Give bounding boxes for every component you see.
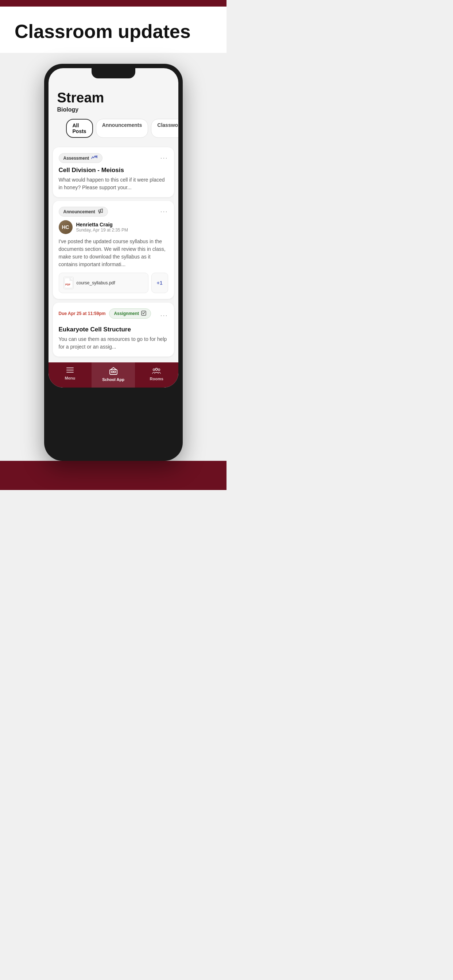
attachment-box[interactable]: PDF course_syllabus.pdf xyxy=(59,273,148,293)
tab-bar: All Posts Announcements Classwork xyxy=(57,119,170,144)
tab-classwork[interactable]: Classwork xyxy=(151,119,178,138)
author-name: Henrietta Craig xyxy=(76,222,128,228)
more-button[interactable]: ··· xyxy=(160,312,168,320)
card-body: What would happen to this cell if it wer… xyxy=(59,176,168,191)
phone-area: Stream Biology All Posts Announcements C… xyxy=(0,53,226,461)
assessment-icon xyxy=(91,155,98,161)
tab-announcements[interactable]: Announcements xyxy=(96,119,148,138)
more-button[interactable]: ··· xyxy=(160,154,168,162)
nav-rooms[interactable]: Rooms xyxy=(135,363,179,388)
bottom-dark-area xyxy=(0,461,226,490)
author-row: HC Henrietta Craig Sunday, Apr 19 at 2:3… xyxy=(59,220,168,234)
menu-icon xyxy=(66,367,74,374)
svg-point-14 xyxy=(158,369,160,371)
feed: Assessment ··· xyxy=(48,147,179,356)
svg-point-13 xyxy=(153,369,155,371)
author-date: Sunday, Apr 19 at 2:35 PM xyxy=(76,228,128,232)
card-body: You can use them as resources to go to f… xyxy=(59,336,168,351)
school-app-icon xyxy=(109,367,118,376)
svg-rect-9 xyxy=(110,370,117,374)
nav-menu[interactable]: Menu xyxy=(48,363,92,388)
card-top-row: Due Apr 25 at 11:59pm Assignment xyxy=(59,309,168,322)
phone-notch xyxy=(91,68,135,78)
phone-frame: Stream Biology All Posts Announcements C… xyxy=(44,64,183,461)
card-title: Eukaryote Cell Structure xyxy=(59,326,168,333)
stream-title: Stream xyxy=(57,90,170,106)
avatar: HC xyxy=(59,220,73,234)
assignment-card: Due Apr 25 at 11:59pm Assignment xyxy=(53,302,174,356)
megaphone-icon xyxy=(97,208,103,215)
screen-content: Stream Biology All Posts Announcements C… xyxy=(48,68,179,388)
assessment-card: Assessment ··· xyxy=(53,147,174,197)
assessment-tag: Assessment xyxy=(59,153,103,163)
nav-rooms-label: Rooms xyxy=(150,377,163,381)
card-top-row: Announcement ·· xyxy=(59,207,168,216)
nav-school-app[interactable]: School App xyxy=(91,363,135,388)
card-body: I've posted the updated course syllabus … xyxy=(59,238,168,268)
due-text: Due Apr 25 at 11:59pm xyxy=(59,311,106,316)
card-title: Cell Division - Meiosis xyxy=(59,167,168,174)
rooms-icon xyxy=(152,367,161,375)
svg-rect-11 xyxy=(114,371,116,372)
nav-school-label: School App xyxy=(102,377,124,382)
top-status-bar xyxy=(0,0,226,6)
svg-text:PDF: PDF xyxy=(65,283,71,286)
tab-all-posts[interactable]: All Posts xyxy=(66,119,93,138)
assignment-tag: Assignment xyxy=(109,309,151,319)
stream-subtitle: Biology xyxy=(57,107,170,113)
attachment-row: PDF course_syllabus.pdf +1 xyxy=(59,273,168,293)
avatar-image: HC xyxy=(59,220,73,234)
assignment-icon xyxy=(141,310,146,317)
announcement-card: Announcement ·· xyxy=(53,201,174,299)
pdf-icon: PDF xyxy=(64,277,74,289)
plus-count[interactable]: +1 xyxy=(152,273,168,293)
page-header: Classroom updates xyxy=(0,6,226,53)
phone-screen: Stream Biology All Posts Announcements C… xyxy=(48,68,179,388)
more-button[interactable]: ··· xyxy=(160,208,168,215)
bottom-nav: Menu School App xyxy=(48,363,179,388)
attachment-name: course_syllabus.pdf xyxy=(77,280,115,285)
svg-rect-0 xyxy=(99,210,100,212)
tag-label: Announcement xyxy=(64,209,95,215)
announcement-tag: Announcement xyxy=(59,207,108,216)
tag-label: Assignment xyxy=(114,311,139,316)
page-title: Classroom updates xyxy=(14,21,212,42)
svg-point-12 xyxy=(155,368,158,371)
stream-header: Stream Biology All Posts Announcements C… xyxy=(48,83,179,147)
tag-label: Assessment xyxy=(64,156,89,161)
nav-menu-label: Menu xyxy=(65,376,75,380)
author-info: Henrietta Craig Sunday, Apr 19 at 2:35 P… xyxy=(76,222,128,232)
card-top-row: Assessment ··· xyxy=(59,153,168,163)
svg-rect-10 xyxy=(111,371,113,372)
due-row: Due Apr 25 at 11:59pm Assignment xyxy=(59,309,152,319)
